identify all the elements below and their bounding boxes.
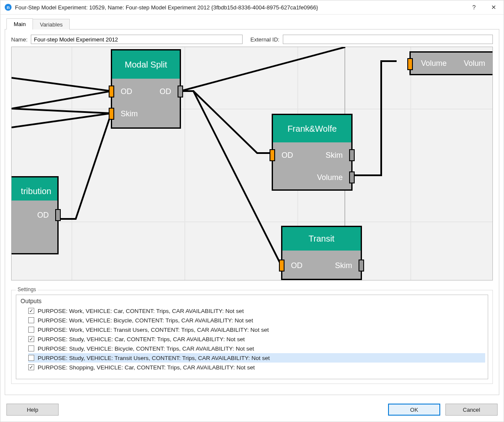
help-button[interactable]: Help xyxy=(6,404,59,416)
port-in-icon[interactable] xyxy=(407,58,413,70)
titlebar: n Four-Step Model Experiment: 10529, Nam… xyxy=(0,0,504,15)
port-label: Skim xyxy=(335,261,352,270)
settings-panel: Settings Outputs PURPOSE: Work, VEHICLE:… xyxy=(11,290,493,384)
checkbox-icon[interactable] xyxy=(28,355,34,361)
outputs-list[interactable]: PURPOSE: Work, VEHICLE: Car, CONTENT: Tr… xyxy=(16,305,488,379)
tab-main[interactable]: Main xyxy=(6,18,33,30)
port-out-icon[interactable] xyxy=(349,149,355,161)
port-label: OD xyxy=(291,261,302,270)
output-row[interactable]: PURPOSE: Work, VEHICLE: Transit Users, C… xyxy=(28,325,485,334)
name-label: Name: xyxy=(11,36,27,43)
port-out-icon[interactable] xyxy=(55,209,61,221)
node-frank-wolfe[interactable]: Frank&Wolfe OD Skim Volume xyxy=(272,114,353,191)
output-label: PURPOSE: Work, VEHICLE: Bicycle, CONTENT… xyxy=(38,317,253,324)
output-label: PURPOSE: Work, VEHICLE: Transit Users, C… xyxy=(38,327,269,333)
svg-line-1 xyxy=(12,91,111,109)
node-title: Frank&Wolfe xyxy=(273,115,351,142)
outputs-title: Outputs xyxy=(16,295,488,305)
port-out-icon[interactable] xyxy=(349,171,355,183)
app-icon: n xyxy=(5,4,12,11)
checkbox-icon[interactable] xyxy=(28,327,34,333)
output-label: PURPOSE: Study, VEHICLE: Transit Users, … xyxy=(38,355,270,361)
external-id-input[interactable] xyxy=(283,35,493,44)
port-label: OD xyxy=(121,87,132,96)
output-row[interactable]: PURPOSE: Work, VEHICLE: Bicycle, CONTENT… xyxy=(28,316,485,325)
node-volume[interactable]: Volume Volum xyxy=(409,51,493,75)
ok-button[interactable]: OK xyxy=(388,404,440,416)
output-label: PURPOSE: Work, VEHICLE: Car, CONTENT: Tr… xyxy=(38,308,244,314)
checkbox-icon[interactable] xyxy=(28,336,34,342)
port-out-icon[interactable] xyxy=(178,86,183,97)
svg-line-3 xyxy=(12,113,111,127)
port-label: Volume xyxy=(421,59,447,68)
port-label: Skim xyxy=(326,151,343,160)
port-label: OD xyxy=(282,151,293,160)
graph-canvas[interactable]: Modal Split OD OD Skim xyxy=(11,47,493,280)
checkbox-icon[interactable] xyxy=(28,308,34,314)
settings-legend: Settings xyxy=(16,286,38,292)
tab-variables[interactable]: Variables xyxy=(33,19,70,30)
output-label: PURPOSE: Shopping, VEHICLE: Car, CONTENT… xyxy=(38,364,255,371)
dialog-footer: Help OK Cancel xyxy=(0,399,504,422)
port-out-icon[interactable] xyxy=(359,260,364,271)
name-input[interactable] xyxy=(31,35,243,44)
close-icon[interactable]: ✕ xyxy=(484,0,504,14)
external-id-label: External ID: xyxy=(250,36,279,43)
dialog-window: n Four-Step Model Experiment: 10529, Nam… xyxy=(0,0,504,422)
node-title: Transit xyxy=(282,227,361,251)
tab-strip: Main Variables xyxy=(5,17,499,30)
port-label: Skim xyxy=(121,109,138,118)
output-row[interactable]: PURPOSE: Work, VEHICLE: Car, CONTENT: Tr… xyxy=(28,306,485,316)
window-title: Four-Step Model Experiment: 10529, Name:… xyxy=(15,4,464,11)
checkbox-icon[interactable] xyxy=(28,317,34,323)
checkbox-icon[interactable] xyxy=(28,364,34,370)
output-label: PURPOSE: Study, VEHICLE: Car, CONTENT: T… xyxy=(38,336,245,342)
help-button-icon[interactable]: ? xyxy=(464,0,484,14)
port-label: OD xyxy=(160,87,171,96)
node-title: Modal Split xyxy=(112,50,180,79)
tab-body-main: Name: External ID: xyxy=(5,30,499,395)
output-row[interactable]: PURPOSE: Study, VEHICLE: Car, CONTENT: T… xyxy=(28,334,485,344)
port-in-icon[interactable] xyxy=(270,149,275,161)
port-label: Volume xyxy=(317,173,343,182)
checkbox-icon[interactable] xyxy=(28,345,34,351)
node-modal-split[interactable]: Modal Split OD OD Skim xyxy=(111,49,181,129)
output-row[interactable]: PURPOSE: Study, VEHICLE: Bicycle, CONTEN… xyxy=(28,344,485,353)
output-label: PURPOSE: Study, VEHICLE: Bicycle, CONTEN… xyxy=(38,345,254,352)
port-label: OD xyxy=(37,211,49,220)
output-row[interactable]: PURPOSE: Study, VEHICLE: Transit Users, … xyxy=(28,353,485,363)
outputs-box: Outputs PURPOSE: Work, VEHICLE: Car, CON… xyxy=(16,295,488,379)
cancel-button[interactable]: Cancel xyxy=(445,404,498,416)
output-row[interactable]: PURPOSE: Shopping, VEHICLE: Car, CONTENT… xyxy=(28,363,485,372)
port-label: Volum xyxy=(464,59,485,68)
node-distribution-body[interactable]: OD r xyxy=(11,201,59,254)
node-distribution-header[interactable]: tribution xyxy=(11,176,59,202)
port-in-icon[interactable] xyxy=(109,108,114,120)
node-transit[interactable]: Transit OD Skim xyxy=(281,226,362,280)
svg-line-4 xyxy=(181,47,345,91)
port-in-icon[interactable] xyxy=(109,86,114,97)
port-in-icon[interactable] xyxy=(279,260,285,271)
svg-line-0 xyxy=(12,78,111,91)
